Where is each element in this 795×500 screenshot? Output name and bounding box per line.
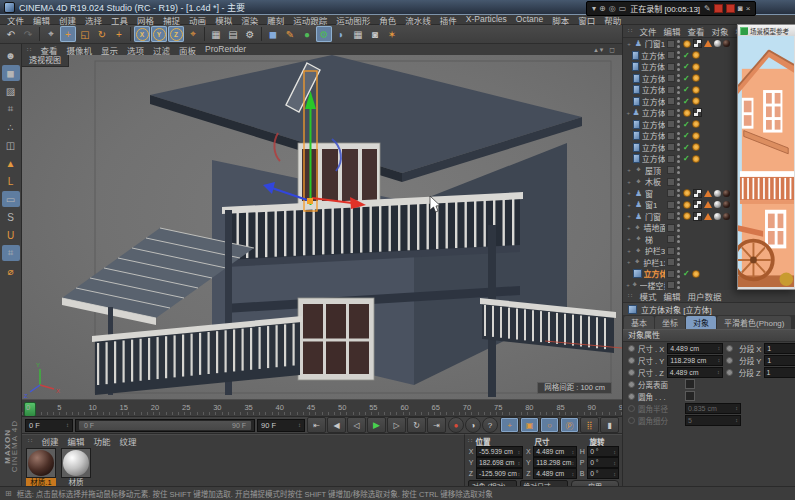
viewport-3d-canvas[interactable]: 透视视图 网格间距 : 100 cm [22,55,622,399]
keyframe-dot-icon[interactable] [628,369,635,376]
next-frame-button[interactable]: ▷ [387,417,406,433]
menu-item[interactable]: 选择 [85,14,102,26]
tag-uvw-icon[interactable] [693,39,702,48]
tag-dot-icon[interactable] [692,63,700,71]
tag-dot-icon[interactable] [692,155,700,163]
menu-item[interactable]: 选项 [127,44,144,56]
timeline-ruler[interactable]: 05101520253035404550556065707580859095 [22,399,622,417]
object-name[interactable]: 立方体.8 [642,84,665,95]
visibility-dots-icon[interactable] [677,281,681,289]
layer-swatch[interactable] [667,178,675,186]
range-fill[interactable] [79,421,251,430]
attribute-tab[interactable]: 平滑着色(Phong) [717,316,791,329]
redo-button[interactable]: ↷ [20,26,36,42]
attribute-tab[interactable]: 对象 [686,316,716,329]
magnet-button[interactable]: U [2,227,20,243]
lock-y-axis-button[interactable]: Y [151,26,167,42]
enabled-check-icon[interactable]: ✓ [683,143,690,152]
visibility-dots-icon[interactable] [677,235,681,243]
rotation-field[interactable]: 0 °↕ [587,457,619,468]
object-name[interactable]: 立方体.10 [641,61,665,72]
tag-matD-icon[interactable] [723,213,730,220]
visibility-dots-icon[interactable] [677,120,681,128]
deformer-button[interactable]: ⚙ [316,26,332,42]
separate-surfaces-checkbox[interactable] [685,379,695,389]
expand-icon[interactable]: + [626,167,632,173]
tag-matD-icon[interactable] [723,190,730,197]
previous-frame-button[interactable]: ◁ [347,417,366,433]
pen-spline-button[interactable]: ✎ [282,26,298,42]
layer-swatch[interactable] [667,40,675,48]
keyframe-help-button[interactable]: ? [482,417,498,433]
tag-tri-icon[interactable] [704,40,712,47]
layer-swatch[interactable] [667,224,675,232]
make-editable-button[interactable]: ☻ [2,47,20,63]
menu-item[interactable]: 纹理 [120,435,137,447]
menu-item[interactable]: 运动跟踪 [293,14,327,26]
object-name[interactable]: 立方体.11 [641,50,665,61]
object-name[interactable]: 护栏3 [645,245,665,256]
tag-matL-icon[interactable] [714,190,721,197]
expand-icon[interactable]: + [626,110,631,116]
object-name[interactable]: 立方体.5 [642,107,665,118]
visibility-dots-icon[interactable] [677,97,681,105]
lock-x-axis-button[interactable]: X [134,26,150,42]
autokey-bar[interactable]: ▮ [600,417,619,433]
texture-mode-button[interactable]: ▨ [2,83,20,99]
size-y-field[interactable]: 118.298 cm [667,355,723,366]
enabled-check-icon[interactable]: ✓ [683,74,690,83]
region-select-icon[interactable]: ▭ [619,4,627,13]
layer-swatch[interactable] [667,74,675,82]
tag-tri-icon[interactable] [704,201,712,208]
menu-item[interactable]: 过滤 [153,44,170,56]
tag-dot-icon[interactable] [692,97,700,105]
object-name[interactable]: 门窗1 [645,38,665,49]
material-thumbnail[interactable] [26,448,56,478]
layer-swatch[interactable] [667,189,675,197]
record-pause-icon[interactable]: ■ [726,4,735,13]
visibility-dots-icon[interactable] [677,40,681,48]
polygons-mode-button[interactable]: ▲ [2,155,20,171]
enabled-check-icon[interactable]: ✓ [683,97,690,106]
object-name[interactable]: 门窗 [645,211,661,222]
end-frame-field[interactable]: 90 F [257,419,305,432]
tag-uvw-icon[interactable] [693,212,702,221]
enabled-check-icon[interactable]: ✓ [683,269,690,278]
key-rotation-toggle[interactable]: ○ [540,417,559,433]
tag-dot-icon[interactable] [683,212,691,220]
layer-swatch[interactable] [667,270,675,278]
layer-swatch[interactable] [667,97,675,105]
attribute-tab[interactable]: 基本 [624,316,654,329]
menu-item[interactable]: 动画 [189,14,206,26]
play-backwards-button[interactable]: ◀ [327,417,346,433]
segments-x-field[interactable]: 1 [764,343,795,354]
record-stop-icon[interactable]: ■ [714,4,723,13]
last-tool[interactable]: + [111,26,127,42]
layer-swatch[interactable] [667,201,675,209]
tag-dot-icon[interactable] [692,74,700,82]
menu-item[interactable]: 编辑 [67,435,84,447]
dropdown-icon[interactable]: ▾ [592,4,596,13]
workplane-mode-button[interactable]: ⌗ [2,101,20,117]
menu-item[interactable]: 编辑 [33,14,50,26]
light-button[interactable]: ✶ [384,26,400,42]
menu-item[interactable]: 编辑 [663,290,680,302]
points-mode-button[interactable]: ∴ [2,119,20,135]
layer-swatch[interactable] [667,247,675,255]
preview-range-slider[interactable]: 0 F 90 F [75,419,255,432]
enabled-check-icon[interactable]: ✓ [683,154,690,163]
visibility-dots-icon[interactable] [677,212,681,220]
object-name[interactable]: 立方体.9 [642,73,665,84]
material-item[interactable]: 材质 [61,448,91,487]
layer-swatch[interactable] [667,132,675,140]
fillet-checkbox[interactable] [685,391,695,401]
visibility-dots-icon[interactable] [677,132,681,140]
undo-button[interactable]: ↶ [3,26,19,42]
expand-icon[interactable]: + [626,41,632,47]
menu-item[interactable]: 文件 [7,14,24,26]
menu-item[interactable]: 摄像机 [66,44,92,56]
rotate-tool[interactable]: ↻ [94,26,110,42]
visibility-dots-icon[interactable] [677,109,681,117]
pen-tool-icon[interactable]: ✎ [704,4,711,13]
menu-item[interactable]: 脚本 [552,14,569,26]
